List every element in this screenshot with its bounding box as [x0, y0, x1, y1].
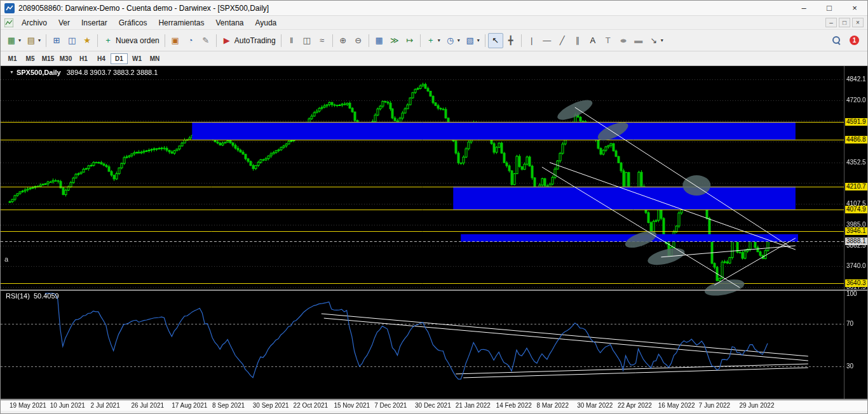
- close-button[interactable]: ×: [842, 1, 867, 15]
- profiles-button[interactable]: ▤▾: [24, 33, 43, 48]
- timeframe-h4[interactable]: H4: [93, 53, 110, 64]
- cursor-icon: ↖: [491, 36, 501, 44]
- menu-item-gráficos[interactable]: Gráficos: [113, 17, 153, 29]
- date-label: 7 Dec 2021: [374, 402, 407, 409]
- minimize-button[interactable]: –: [791, 1, 817, 15]
- search-icon: [832, 36, 841, 45]
- timeframe-d1[interactable]: D1: [111, 53, 128, 64]
- trendline-button[interactable]: ╱: [555, 33, 570, 48]
- price-chart-canvas[interactable]: [1, 66, 868, 400]
- dropdown-arrow-icon: ▾: [458, 37, 460, 43]
- mdi-controls: –□×: [825, 18, 864, 27]
- candlestick-chart-button[interactable]: ◫: [299, 33, 315, 48]
- crosshair-button[interactable]: ╋: [503, 33, 519, 48]
- notification-badge[interactable]: 1: [850, 36, 859, 45]
- mdi-close-button[interactable]: ×: [852, 18, 864, 27]
- text-icon: A: [588, 36, 598, 44]
- horizontal-line-button[interactable]: —: [539, 33, 555, 48]
- maximize-button[interactable]: □: [817, 1, 842, 15]
- timeframe-m1[interactable]: M1: [4, 53, 21, 64]
- timeframe-m30[interactable]: M30: [57, 53, 74, 64]
- indicators-icon: +: [426, 36, 436, 44]
- periods-icon: ◷: [445, 36, 456, 44]
- metaeditor-icon: ✎: [201, 36, 211, 44]
- text-label-icon: T: [603, 36, 613, 44]
- dropdown-arrow-icon: ▾: [18, 37, 21, 43]
- text-button[interactable]: A: [585, 33, 600, 48]
- chart-shift-button[interactable]: ↦: [402, 33, 417, 48]
- nueva-orden-button[interactable]: +Nueva orden: [100, 33, 162, 48]
- date-label: 22 Oct 2021: [294, 402, 328, 409]
- market-watch-button[interactable]: ⊞: [49, 33, 64, 48]
- timeframe-mn[interactable]: MN: [146, 53, 163, 64]
- indicators-button[interactable]: +▾: [423, 33, 443, 48]
- menu-item-ayuda[interactable]: Ayuda: [249, 17, 282, 29]
- date-label: 8 Mar 2022: [536, 402, 569, 409]
- search-button[interactable]: [829, 33, 844, 48]
- new-chart-button[interactable]: ▦▾: [4, 33, 24, 48]
- autotrading-button[interactable]: ▶AutoTrading: [219, 33, 278, 48]
- timeframe-w1[interactable]: W1: [128, 53, 146, 64]
- menu-item-archivo[interactable]: Archivo: [16, 17, 53, 29]
- mdi-restore-button[interactable]: □: [839, 18, 850, 27]
- auto-scroll-icon: ≫: [390, 36, 400, 44]
- tile-windows-button[interactable]: ▦: [372, 33, 387, 48]
- timeframe-m15[interactable]: M15: [39, 53, 57, 64]
- date-label: 10 Jun 2021: [50, 402, 85, 409]
- toolbar-separator: [369, 34, 369, 47]
- autotrading-button-label: AutoTrading: [234, 36, 276, 45]
- menu-item-ver[interactable]: Ver: [53, 17, 76, 29]
- zoom-in-icon: ⊕: [338, 36, 348, 44]
- mdi-minimize-button[interactable]: –: [825, 18, 837, 27]
- ellipse-button[interactable]: ●: [616, 33, 631, 48]
- templates-button[interactable]: ▧▾: [463, 33, 482, 48]
- vertical-line-button[interactable]: |: [524, 33, 539, 48]
- dropdown-arrow-icon: ▾: [661, 37, 663, 43]
- rectangle-button[interactable]: ▬: [631, 33, 646, 48]
- date-label: 19 May 2021: [10, 402, 46, 409]
- chart-shift-icon: ↦: [405, 36, 415, 44]
- crosshair-icon: ╋: [506, 36, 516, 44]
- zoom-in-button[interactable]: ⊕: [336, 33, 351, 48]
- timeframe-bar: M1M5M15M30H1H4D1W1MN: [1, 51, 867, 66]
- toolbar-buttons: ▦▾▤▾⊞◫★+Nueva orden▣◔✎▶AutoTrading‖◫≈⊕⊖▦…: [4, 33, 666, 48]
- line-chart-button[interactable]: ≈: [315, 33, 330, 48]
- toolbar-separator: [46, 34, 46, 47]
- new-chart-icon: ▦: [6, 36, 17, 44]
- date-axis[interactable]: 19 May 202110 Jun 20212 Jul 202126 Jul 2…: [1, 400, 868, 411]
- date-label: 30 Dec 2021: [415, 402, 451, 409]
- auto-scroll-button[interactable]: ≫: [387, 33, 402, 48]
- periods-button[interactable]: ◷▾: [443, 33, 463, 48]
- cursor-button[interactable]: ↖: [488, 33, 503, 48]
- text-label-button[interactable]: T: [600, 33, 616, 48]
- window-bottom-edge: [1, 411, 867, 413]
- date-label: 7 Jun 2022: [699, 402, 731, 409]
- channel-button[interactable]: ∥: [570, 33, 585, 48]
- data-window-button[interactable]: ◫: [64, 33, 79, 48]
- timeframe-h1[interactable]: H1: [75, 53, 92, 64]
- bar-chart-button[interactable]: ‖: [284, 33, 299, 48]
- zoom-out-button[interactable]: ⊖: [351, 33, 366, 48]
- terminal-icon: ▣: [170, 36, 180, 44]
- terminal-button[interactable]: ▣: [168, 33, 183, 48]
- menu-item-insertar[interactable]: Insertar: [76, 17, 113, 29]
- toolbar-separator: [521, 34, 522, 47]
- market-watch-icon: ⊞: [51, 36, 62, 44]
- toolbar-separator: [420, 34, 421, 47]
- data-window-icon: ◫: [67, 36, 77, 44]
- menu-item-herramientas[interactable]: Herramientas: [153, 17, 210, 29]
- arrows-button[interactable]: ↘▾: [646, 33, 666, 48]
- metaeditor-button[interactable]: ✎: [198, 33, 214, 48]
- date-label: 15 Nov 2021: [334, 402, 370, 409]
- chart-area: ▼SPX500,Daily3894.8 3903.7 3883.2 3888.1…: [1, 66, 867, 411]
- strategy-tester-button[interactable]: ◔: [183, 33, 198, 48]
- date-label: 14 Feb 2022: [496, 402, 532, 409]
- title-bar: 2089058860: Darwinex-Demo - Cuenta demo …: [1, 1, 867, 16]
- date-label: 26 Jul 2021: [131, 402, 164, 409]
- timeframe-m5[interactable]: M5: [22, 53, 39, 64]
- arrows-icon: ↘: [649, 36, 659, 44]
- menu-item-ventana[interactable]: Ventana: [210, 17, 249, 29]
- navigator-button[interactable]: ★: [79, 33, 95, 48]
- horizontal-line-icon: —: [542, 36, 552, 44]
- toolbar-separator: [216, 34, 217, 47]
